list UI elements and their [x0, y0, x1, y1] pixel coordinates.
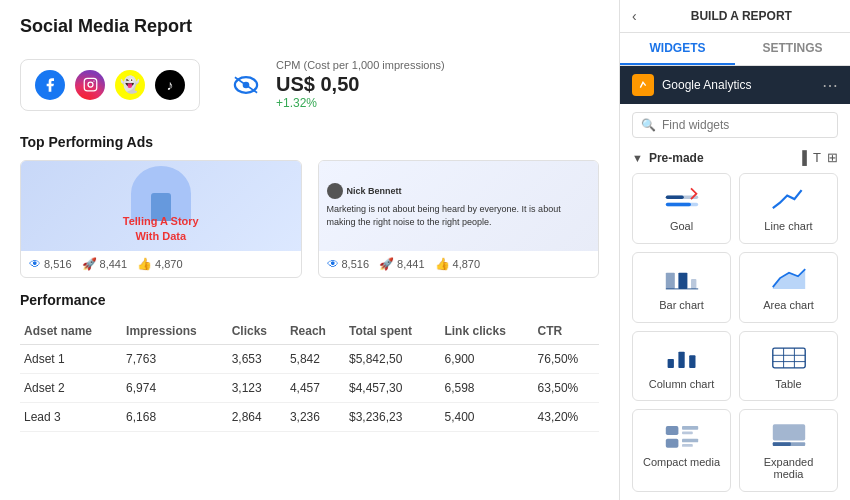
- svg-rect-27: [682, 439, 698, 443]
- table-cell: 7,763: [122, 345, 228, 374]
- svg-rect-28: [682, 444, 693, 447]
- widget-card-line-chart[interactable]: Line chart: [739, 173, 838, 244]
- svg-rect-13: [691, 279, 696, 289]
- instagram-icon[interactable]: [75, 70, 105, 100]
- ad2-author: Nick Bennett: [347, 186, 402, 196]
- table-cell: 5,400: [440, 403, 533, 432]
- widget-card-table[interactable]: Table: [739, 331, 838, 402]
- premade-label: Pre-made: [649, 151, 792, 165]
- svg-rect-10: [665, 203, 690, 207]
- col-clicks: Clicks: [228, 318, 286, 345]
- ad-card-2[interactable]: Nick Bennett Marketing is not about bein…: [318, 160, 600, 278]
- ad2-likes: 👍 4,870: [435, 257, 481, 271]
- tiktok-icon[interactable]: ♪: [155, 70, 185, 100]
- performance-section: Performance Adset name Impressions Click…: [20, 292, 599, 432]
- ad1-likes: 👍 4,870: [137, 257, 183, 271]
- svg-rect-24: [682, 426, 698, 430]
- ad1-reach-value: 8,441: [100, 258, 128, 270]
- tab-settings[interactable]: SETTINGS: [735, 33, 850, 65]
- ad1-impression-value: 8,516: [44, 258, 72, 270]
- right-tabs: WIDGETS SETTINGS: [620, 33, 850, 66]
- svg-rect-26: [665, 439, 678, 448]
- social-icons-box: 👻 ♪: [20, 59, 200, 111]
- table-cell: 6,598: [440, 374, 533, 403]
- left-panel: Social Media Report 👻 ♪ CPM (Cost per: [0, 0, 620, 500]
- search-icon: 🔍: [641, 118, 656, 132]
- rocket-icon-2: 🚀: [379, 257, 394, 271]
- table-icon: [771, 342, 807, 374]
- table-cell: 6,974: [122, 374, 228, 403]
- table-cell: 5,842: [286, 345, 345, 374]
- text-icon: T: [813, 150, 821, 165]
- facebook-icon[interactable]: [35, 70, 65, 100]
- col-impressions: Impressions: [122, 318, 228, 345]
- premade-chevron-icon[interactable]: ▼: [632, 152, 643, 164]
- cpm-label: CPM (Cost per 1,000 impressions): [276, 59, 445, 71]
- tab-widgets[interactable]: WIDGETS: [620, 33, 735, 65]
- table-cell: Adset 1: [20, 345, 122, 374]
- eye-icon: 👁: [29, 257, 41, 271]
- table-cell: $5,842,50: [345, 345, 440, 374]
- table-cell: Adset 2: [20, 374, 122, 403]
- table-cell: 76,50%: [534, 345, 599, 374]
- col-ctr: CTR: [534, 318, 599, 345]
- svg-point-1: [88, 82, 93, 87]
- ads-row: Telling A StoryWith Data 👁 8,516 🚀 8,441…: [20, 160, 599, 278]
- cpm-change: +1.32%: [276, 96, 445, 110]
- goal-icon: [664, 184, 700, 216]
- svg-point-2: [93, 80, 94, 81]
- expanded-media-icon: [771, 420, 807, 452]
- bar-chart-label: Bar chart: [659, 299, 704, 311]
- svg-rect-31: [772, 443, 790, 447]
- ad2-metrics: 👁 8,516 🚀 8,441 👍 4,870: [319, 251, 599, 277]
- area-chart-label: Area chart: [763, 299, 814, 311]
- widget-card-goal[interactable]: Goal: [632, 173, 731, 244]
- col-reach: Reach: [286, 318, 345, 345]
- svg-rect-17: [689, 355, 695, 368]
- compact-media-label: Compact media: [643, 456, 720, 468]
- search-box: 🔍: [632, 112, 838, 138]
- ga-bar: Google Analytics ⋯: [620, 66, 850, 104]
- premade-icons: ▐ T ⊞: [798, 150, 838, 165]
- ad2-reach: 🚀 8,441: [379, 257, 425, 271]
- col-linkclicks: Link clicks: [440, 318, 533, 345]
- cpm-eye-icon: [228, 67, 264, 103]
- table-header-row: Adset name Impressions Clicks Reach Tota…: [20, 318, 599, 345]
- performance-title: Performance: [20, 292, 599, 308]
- ga-dots-icon[interactable]: ⋯: [822, 76, 838, 95]
- column-chart-icon: [664, 342, 700, 374]
- back-chevron-icon[interactable]: ‹: [632, 8, 637, 24]
- svg-rect-25: [682, 432, 693, 435]
- table-cell: $4,457,30: [345, 374, 440, 403]
- right-panel: ‹ BUILD A REPORT WIDGETS SETTINGS Google…: [620, 0, 850, 500]
- area-chart-icon: [771, 263, 807, 295]
- ad1-metrics: 👁 8,516 🚀 8,441 👍 4,870: [21, 251, 301, 277]
- table-cell: 3,653: [228, 345, 286, 374]
- svg-rect-18: [772, 348, 804, 368]
- widget-card-area-chart[interactable]: Area chart: [739, 252, 838, 323]
- svg-rect-11: [665, 272, 674, 288]
- table-row: Adset 17,7633,6535,842$5,842,506,90076,5…: [20, 345, 599, 374]
- table-row: Lead 36,1682,8643,236$3,236,235,40043,20…: [20, 403, 599, 432]
- bar-chart-icon: [664, 263, 700, 295]
- widget-card-bar-chart[interactable]: Bar chart: [632, 252, 731, 323]
- ga-label: Google Analytics: [662, 78, 814, 92]
- col-adset: Adset name: [20, 318, 122, 345]
- widget-card-expanded-media[interactable]: Expanded media: [739, 409, 838, 492]
- ad-card-1[interactable]: Telling A StoryWith Data 👁 8,516 🚀 8,441…: [20, 160, 302, 278]
- snapchat-icon[interactable]: 👻: [115, 70, 145, 100]
- widget-card-compact-media[interactable]: Compact media: [632, 409, 731, 492]
- svg-rect-8: [665, 196, 683, 200]
- svg-rect-29: [772, 425, 804, 441]
- goal-label: Goal: [670, 220, 693, 232]
- bar-icon: ▐: [798, 150, 807, 165]
- cpm-box: CPM (Cost per 1,000 impressions) US$ 0,5…: [216, 51, 457, 118]
- col-spent: Total spent: [345, 318, 440, 345]
- thumb-icon-2: 👍: [435, 257, 450, 271]
- build-report-title: BUILD A REPORT: [645, 9, 838, 23]
- table-cell: 3,123: [228, 374, 286, 403]
- search-input[interactable]: [662, 118, 829, 132]
- performance-table: Adset name Impressions Clicks Reach Tota…: [20, 318, 599, 432]
- widget-card-column-chart[interactable]: Column chart: [632, 331, 731, 402]
- table-cell: 3,236: [286, 403, 345, 432]
